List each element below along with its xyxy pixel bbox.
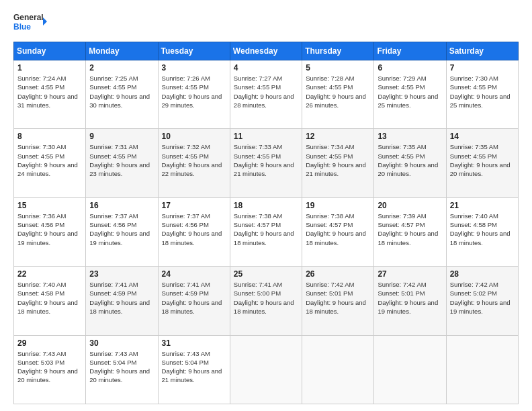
day-info: Sunrise: 7:25 AMSunset: 4:55 PMDaylight:… [89,75,150,109]
day-info: Sunrise: 7:35 AMSunset: 4:55 PMDaylight:… [378,143,438,177]
day-info: Sunrise: 7:40 AMSunset: 4:58 PMDaylight:… [17,281,78,315]
day-number: 28 [450,269,515,279]
day-info: Sunrise: 7:43 AMSunset: 5:04 PMDaylight:… [89,350,150,384]
week-row-5: 29 Sunrise: 7:43 AMSunset: 5:03 PMDaylig… [14,335,519,404]
day-number: 15 [17,201,82,210]
day-number: 25 [234,269,298,279]
calendar-cell: 28 Sunrise: 7:42 AMSunset: 5:02 PMDaylig… [446,267,518,335]
day-info: Sunrise: 7:41 AMSunset: 4:59 PMDaylight:… [89,281,150,315]
day-info: Sunrise: 7:26 AMSunset: 4:55 PMDaylight:… [162,75,222,109]
calendar-cell: 4 Sunrise: 7:27 AMSunset: 4:55 PMDayligh… [230,60,302,129]
day-number: 29 [17,338,82,348]
calendar-cell [302,335,374,404]
svg-text:Blue: Blue [13,22,31,32]
day-info: Sunrise: 7:42 AMSunset: 5:02 PMDaylight:… [450,281,511,315]
calendar-cell: 13 Sunrise: 7:35 AMSunset: 4:55 PMDaylig… [374,129,446,197]
calendar-cell [446,335,518,404]
day-number: 13 [378,132,442,141]
calendar-cell: 5 Sunrise: 7:28 AMSunset: 4:55 PMDayligh… [302,60,374,129]
calendar-cell: 17 Sunrise: 7:37 AMSunset: 4:56 PMDaylig… [158,197,230,266]
day-number: 21 [450,201,515,210]
day-number: 20 [378,201,442,210]
header-friday: Friday [374,42,446,60]
calendar-cell: 11 Sunrise: 7:33 AMSunset: 4:55 PMDaylig… [230,129,302,197]
calendar-cell: 10 Sunrise: 7:32 AMSunset: 4:55 PMDaylig… [158,129,230,197]
day-number: 8 [17,132,82,141]
day-number: 3 [162,63,226,73]
calendar-cell: 30 Sunrise: 7:43 AMSunset: 5:04 PMDaylig… [86,335,158,404]
day-info: Sunrise: 7:42 AMSunset: 5:01 PMDaylight:… [306,281,366,315]
calendar-cell: 8 Sunrise: 7:30 AMSunset: 4:55 PMDayligh… [14,129,86,197]
day-info: Sunrise: 7:41 AMSunset: 4:59 PMDaylight:… [162,281,222,315]
calendar-cell: 24 Sunrise: 7:41 AMSunset: 4:59 PMDaylig… [158,267,230,335]
calendar-header-row: SundayMondayTuesdayWednesdayThursdayFrid… [14,42,519,60]
calendar-cell: 22 Sunrise: 7:40 AMSunset: 4:58 PMDaylig… [14,267,86,335]
header-sunday: Sunday [14,42,86,60]
calendar-cell: 12 Sunrise: 7:34 AMSunset: 4:55 PMDaylig… [302,129,374,197]
calendar-cell: 15 Sunrise: 7:36 AMSunset: 4:56 PMDaylig… [14,197,86,266]
calendar-cell: 2 Sunrise: 7:25 AMSunset: 4:55 PMDayligh… [86,60,158,129]
day-info: Sunrise: 7:37 AMSunset: 4:56 PMDaylight:… [162,212,222,246]
calendar-cell: 14 Sunrise: 7:35 AMSunset: 4:55 PMDaylig… [446,129,518,197]
calendar-cell: 20 Sunrise: 7:39 AMSunset: 4:57 PMDaylig… [374,197,446,266]
header-thursday: Thursday [302,42,374,60]
header-saturday: Saturday [446,42,518,60]
day-info: Sunrise: 7:33 AMSunset: 4:55 PMDaylight:… [234,143,294,177]
day-info: Sunrise: 7:38 AMSunset: 4:57 PMDaylight:… [234,212,294,246]
day-info: Sunrise: 7:36 AMSunset: 4:56 PMDaylight:… [17,212,78,246]
day-info: Sunrise: 7:42 AMSunset: 5:01 PMDaylight:… [378,281,438,315]
day-number: 16 [89,201,154,210]
day-info: Sunrise: 7:27 AMSunset: 4:55 PMDaylight:… [234,75,294,109]
calendar-table: SundayMondayTuesdayWednesdayThursdayFrid… [13,42,519,404]
day-number: 30 [89,338,154,348]
calendar-cell: 31 Sunrise: 7:43 AMSunset: 5:04 PMDaylig… [158,335,230,404]
day-number: 23 [89,269,154,279]
day-info: Sunrise: 7:40 AMSunset: 4:58 PMDaylight:… [450,212,511,246]
day-info: Sunrise: 7:28 AMSunset: 4:55 PMDaylight:… [306,75,366,109]
day-info: Sunrise: 7:43 AMSunset: 5:03 PMDaylight:… [17,350,78,384]
logo-svg: General Blue [13,11,47,35]
day-number: 18 [234,201,298,210]
day-info: Sunrise: 7:35 AMSunset: 4:55 PMDaylight:… [450,143,511,177]
day-number: 2 [89,63,154,73]
day-info: Sunrise: 7:29 AMSunset: 4:55 PMDaylight:… [378,75,438,109]
day-info: Sunrise: 7:39 AMSunset: 4:57 PMDaylight:… [378,212,438,246]
header-wednesday: Wednesday [230,42,302,60]
week-row-4: 22 Sunrise: 7:40 AMSunset: 4:58 PMDaylig… [14,267,519,335]
week-row-2: 8 Sunrise: 7:30 AMSunset: 4:55 PMDayligh… [14,129,519,197]
calendar-cell [230,335,302,404]
calendar-cell: 18 Sunrise: 7:38 AMSunset: 4:57 PMDaylig… [230,197,302,266]
day-number: 26 [306,269,370,279]
calendar-cell: 29 Sunrise: 7:43 AMSunset: 5:03 PMDaylig… [14,335,86,404]
day-number: 22 [17,269,82,279]
calendar-cell: 6 Sunrise: 7:29 AMSunset: 4:55 PMDayligh… [374,60,446,129]
header-monday: Monday [86,42,158,60]
day-number: 24 [162,269,226,279]
day-number: 11 [234,132,298,141]
svg-text:General: General [13,13,44,22]
week-row-3: 15 Sunrise: 7:36 AMSunset: 4:56 PMDaylig… [14,197,519,266]
day-number: 31 [162,338,226,348]
day-info: Sunrise: 7:24 AMSunset: 4:55 PMDaylight:… [17,75,78,109]
day-info: Sunrise: 7:43 AMSunset: 5:04 PMDaylight:… [162,350,222,384]
day-info: Sunrise: 7:37 AMSunset: 4:56 PMDaylight:… [89,212,150,246]
calendar-cell: 16 Sunrise: 7:37 AMSunset: 4:56 PMDaylig… [86,197,158,266]
day-number: 7 [450,63,515,73]
day-number: 12 [306,132,370,141]
day-number: 5 [306,63,370,73]
logo: General Blue [13,11,47,35]
calendar-cell: 23 Sunrise: 7:41 AMSunset: 4:59 PMDaylig… [86,267,158,335]
day-info: Sunrise: 7:38 AMSunset: 4:57 PMDaylight:… [306,212,366,246]
svg-marker-2 [43,17,47,26]
day-number: 19 [306,201,370,210]
calendar-cell: 9 Sunrise: 7:31 AMSunset: 4:55 PMDayligh… [86,129,158,197]
calendar-cell: 27 Sunrise: 7:42 AMSunset: 5:01 PMDaylig… [374,267,446,335]
calendar-cell: 21 Sunrise: 7:40 AMSunset: 4:58 PMDaylig… [446,197,518,266]
calendar-cell: 3 Sunrise: 7:26 AMSunset: 4:55 PMDayligh… [158,60,230,129]
day-info: Sunrise: 7:30 AMSunset: 4:55 PMDaylight:… [17,143,78,177]
day-number: 6 [378,63,442,73]
calendar-cell: 7 Sunrise: 7:30 AMSunset: 4:55 PMDayligh… [446,60,518,129]
day-number: 4 [234,63,298,73]
day-info: Sunrise: 7:30 AMSunset: 4:55 PMDaylight:… [450,75,511,109]
week-row-1: 1 Sunrise: 7:24 AMSunset: 4:55 PMDayligh… [14,60,519,129]
